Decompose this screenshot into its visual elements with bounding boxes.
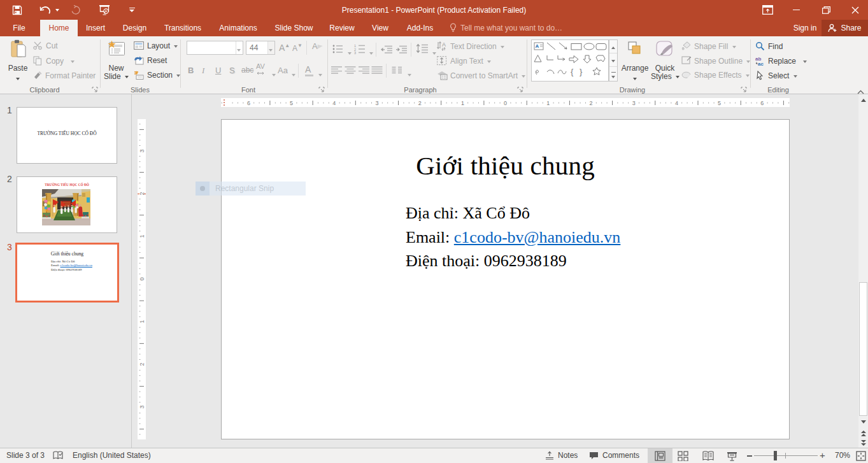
svg-text:3: 3 bbox=[632, 100, 636, 106]
svg-text:{: { bbox=[571, 67, 574, 76]
svg-text:A: A bbox=[442, 41, 446, 48]
svg-text:3: 3 bbox=[139, 149, 145, 152]
svg-text:2: 2 bbox=[418, 100, 422, 106]
svg-text:ac: ac bbox=[758, 61, 764, 66]
svg-text:1: 1 bbox=[139, 234, 145, 238]
svg-text:1: 1 bbox=[461, 100, 464, 106]
svg-text:A: A bbox=[536, 43, 539, 49]
svg-text:4: 4 bbox=[332, 100, 336, 106]
svg-text:1: 1 bbox=[546, 100, 550, 106]
svg-text:2: 2 bbox=[139, 362, 145, 366]
svg-text:5: 5 bbox=[290, 100, 293, 106]
svg-text:3: 3 bbox=[354, 51, 356, 54]
svg-text:1: 1 bbox=[139, 320, 145, 323]
svg-text:5: 5 bbox=[718, 100, 721, 106]
svg-text:6: 6 bbox=[760, 100, 764, 106]
svg-text:}: } bbox=[580, 67, 583, 76]
svg-text:2: 2 bbox=[589, 100, 592, 106]
svg-text:4: 4 bbox=[675, 100, 678, 106]
svg-text:6: 6 bbox=[247, 100, 250, 106]
svg-text:3: 3 bbox=[139, 405, 145, 408]
svg-text:0: 0 bbox=[504, 100, 507, 106]
svg-text:3: 3 bbox=[375, 100, 378, 106]
svg-text:0: 0 bbox=[139, 277, 145, 280]
